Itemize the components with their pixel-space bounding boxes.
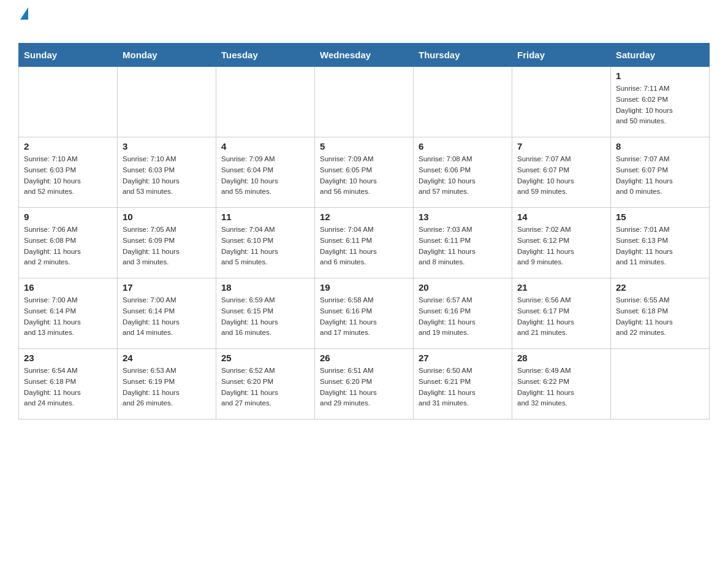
day-number: 23 [24,353,112,363]
calendar-cell: 27Sunrise: 6:50 AMSunset: 6:21 PMDayligh… [414,349,512,419]
calendar-cell: 2Sunrise: 7:10 AMSunset: 6:03 PMDaylight… [19,137,118,208]
calendar-cell: 9Sunrise: 7:06 AMSunset: 6:08 PMDaylight… [19,208,118,278]
day-info: Sunrise: 6:49 AMSunset: 6:22 PMDaylight:… [517,366,605,409]
day-info: Sunrise: 6:58 AMSunset: 6:16 PMDaylight:… [320,295,408,339]
day-number: 11 [221,212,309,222]
calendar-cell: 1Sunrise: 7:11 AMSunset: 6:02 PMDaylight… [611,67,710,137]
calendar-cell: 16Sunrise: 7:00 AMSunset: 6:14 PMDayligh… [19,278,118,349]
day-info: Sunrise: 7:02 AMSunset: 6:12 PMDaylight:… [517,224,605,268]
calendar-cell: 28Sunrise: 6:49 AMSunset: 6:22 PMDayligh… [512,349,611,419]
week-row-3: 9Sunrise: 7:06 AMSunset: 6:08 PMDaylight… [19,208,710,278]
day-number: 19 [320,282,408,293]
calendar-cell: 5Sunrise: 7:09 AMSunset: 6:05 PMDaylight… [315,137,414,208]
calendar-cell: 7Sunrise: 7:07 AMSunset: 6:07 PMDaylight… [512,137,611,208]
day-number: 6 [419,141,507,151]
page-header [18,12,710,37]
calendar-cell: 6Sunrise: 7:08 AMSunset: 6:06 PMDaylight… [414,137,512,208]
day-number: 2 [24,141,112,151]
calendar-cell [216,67,315,137]
day-number: 3 [123,141,211,151]
day-number: 27 [419,353,507,363]
day-number: 28 [517,353,605,363]
day-info: Sunrise: 6:59 AMSunset: 6:15 PMDaylight:… [221,295,309,339]
calendar-cell: 18Sunrise: 6:59 AMSunset: 6:15 PMDayligh… [216,278,315,349]
day-number: 18 [221,282,309,293]
day-number: 9 [24,212,112,222]
logo [18,12,28,37]
day-number: 8 [616,141,704,151]
calendar-cell: 15Sunrise: 7:01 AMSunset: 6:13 PMDayligh… [611,208,710,278]
calendar-cell [315,67,414,137]
day-info: Sunrise: 6:53 AMSunset: 6:19 PMDaylight:… [123,366,211,409]
weekday-header-monday: Monday [118,44,216,67]
day-info: Sunrise: 6:56 AMSunset: 6:17 PMDaylight:… [517,295,605,339]
calendar-cell [19,67,118,137]
calendar-cell [512,67,611,137]
day-info: Sunrise: 7:09 AMSunset: 6:05 PMDaylight:… [320,154,408,197]
day-info: Sunrise: 7:08 AMSunset: 6:06 PMDaylight:… [419,154,507,197]
day-number: 4 [221,141,309,151]
calendar-cell: 14Sunrise: 7:02 AMSunset: 6:12 PMDayligh… [512,208,611,278]
calendar-cell: 4Sunrise: 7:09 AMSunset: 6:04 PMDaylight… [216,137,315,208]
day-number: 22 [616,282,704,293]
day-number: 5 [320,141,408,151]
calendar-cell: 25Sunrise: 6:52 AMSunset: 6:20 PMDayligh… [216,349,315,419]
logo-triangle-icon [20,7,28,20]
calendar-cell: 24Sunrise: 6:53 AMSunset: 6:19 PMDayligh… [118,349,216,419]
day-number: 15 [616,212,704,222]
day-number: 7 [517,141,605,151]
weekday-header-thursday: Thursday [414,44,512,67]
weekday-header-sunday: Sunday [19,44,118,67]
calendar-cell: 12Sunrise: 7:04 AMSunset: 6:11 PMDayligh… [315,208,414,278]
calendar-cell: 11Sunrise: 7:04 AMSunset: 6:10 PMDayligh… [216,208,315,278]
day-info: Sunrise: 7:10 AMSunset: 6:03 PMDaylight:… [123,154,211,197]
day-number: 14 [517,212,605,222]
day-info: Sunrise: 7:04 AMSunset: 6:10 PMDaylight:… [221,224,309,268]
calendar-cell: 13Sunrise: 7:03 AMSunset: 6:11 PMDayligh… [414,208,512,278]
day-info: Sunrise: 7:05 AMSunset: 6:09 PMDaylight:… [123,224,211,268]
day-number: 26 [320,353,408,363]
weekday-header-friday: Friday [512,44,611,67]
day-number: 10 [123,212,211,222]
weekday-header-wednesday: Wednesday [315,44,414,67]
calendar-cell [611,349,710,419]
calendar-cell: 21Sunrise: 6:56 AMSunset: 6:17 PMDayligh… [512,278,611,349]
calendar-cell: 20Sunrise: 6:57 AMSunset: 6:16 PMDayligh… [414,278,512,349]
calendar-cell [414,67,512,137]
day-info: Sunrise: 7:00 AMSunset: 6:14 PMDaylight:… [24,295,112,339]
day-info: Sunrise: 6:51 AMSunset: 6:20 PMDaylight:… [320,366,408,409]
calendar-cell: 8Sunrise: 7:07 AMSunset: 6:07 PMDaylight… [611,137,710,208]
calendar-header-row: SundayMondayTuesdayWednesdayThursdayFrid… [19,44,710,67]
week-row-1: 1Sunrise: 7:11 AMSunset: 6:02 PMDaylight… [19,67,710,137]
day-number: 24 [123,353,211,363]
day-info: Sunrise: 6:57 AMSunset: 6:16 PMDaylight:… [419,295,507,339]
weekday-header-tuesday: Tuesday [216,44,315,67]
calendar-cell: 22Sunrise: 6:55 AMSunset: 6:18 PMDayligh… [611,278,710,349]
calendar-cell: 10Sunrise: 7:05 AMSunset: 6:09 PMDayligh… [118,208,216,278]
day-number: 21 [517,282,605,293]
week-row-2: 2Sunrise: 7:10 AMSunset: 6:03 PMDaylight… [19,137,710,208]
day-info: Sunrise: 7:01 AMSunset: 6:13 PMDaylight:… [616,224,704,268]
day-number: 16 [24,282,112,293]
week-row-4: 16Sunrise: 7:00 AMSunset: 6:14 PMDayligh… [19,278,710,349]
day-info: Sunrise: 7:04 AMSunset: 6:11 PMDaylight:… [320,224,408,268]
calendar-table: SundayMondayTuesdayWednesdayThursdayFrid… [18,43,710,419]
calendar-cell: 26Sunrise: 6:51 AMSunset: 6:20 PMDayligh… [315,349,414,419]
calendar-cell: 17Sunrise: 7:00 AMSunset: 6:14 PMDayligh… [118,278,216,349]
day-info: Sunrise: 7:07 AMSunset: 6:07 PMDaylight:… [517,154,605,197]
day-info: Sunrise: 7:10 AMSunset: 6:03 PMDaylight:… [24,154,112,197]
week-row-5: 23Sunrise: 6:54 AMSunset: 6:18 PMDayligh… [19,349,710,419]
day-info: Sunrise: 7:00 AMSunset: 6:14 PMDaylight:… [123,295,211,339]
day-info: Sunrise: 7:06 AMSunset: 6:08 PMDaylight:… [24,224,112,268]
day-info: Sunrise: 6:50 AMSunset: 6:21 PMDaylight:… [419,366,507,409]
day-info: Sunrise: 6:52 AMSunset: 6:20 PMDaylight:… [221,366,309,409]
day-number: 13 [419,212,507,222]
calendar-cell: 23Sunrise: 6:54 AMSunset: 6:18 PMDayligh… [19,349,118,419]
day-info: Sunrise: 7:09 AMSunset: 6:04 PMDaylight:… [221,154,309,197]
day-number: 1 [616,71,704,81]
day-info: Sunrise: 7:03 AMSunset: 6:11 PMDaylight:… [419,224,507,268]
day-number: 12 [320,212,408,222]
weekday-header-saturday: Saturday [611,44,710,67]
day-info: Sunrise: 7:11 AMSunset: 6:02 PMDaylight:… [616,83,704,127]
calendar-cell [118,67,216,137]
